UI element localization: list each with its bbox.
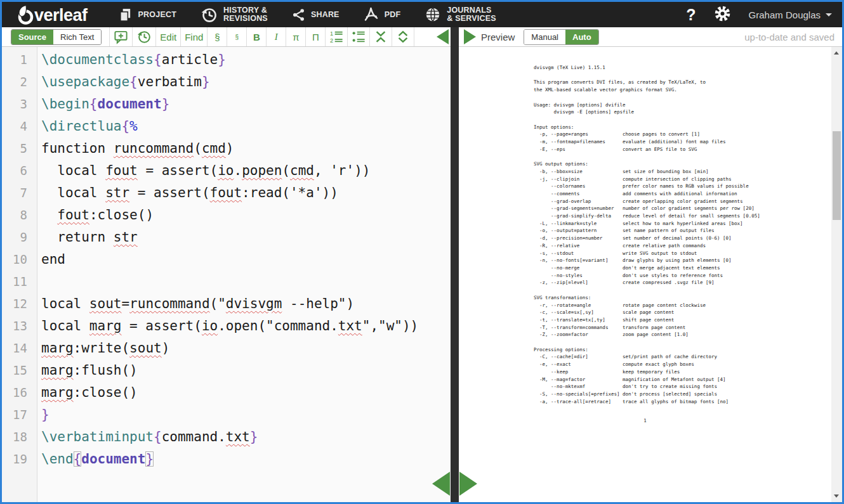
nav-item-share[interactable]: SHARE [292, 2, 340, 27]
code-line[interactable]: 7 local str = assert(fout:read('*a')) [2, 182, 451, 204]
logo-text: verleaf [34, 6, 88, 25]
rich-text-tab[interactable]: Rich Text [53, 30, 101, 44]
code-line[interactable]: 14marg:write(sout) [2, 337, 451, 359]
line-number: 2 [2, 71, 27, 93]
overleaf-window: verleaf PROJECTHISTORY &REVISIONSSHAREPD… [0, 0, 844, 504]
code-line[interactable]: 12local sout=runcommand("dvisvgm --help"… [2, 293, 451, 315]
code-line-content: marg:close() [27, 382, 138, 404]
code-line[interactable]: 8 fout:close() [2, 204, 451, 226]
bold-button[interactable]: B [247, 27, 267, 46]
italic-button[interactable]: I [267, 27, 286, 46]
code-line-content: return str [27, 226, 138, 249]
nav-item-pdf[interactable]: PDF [364, 2, 401, 27]
code-line[interactable]: 10end [2, 249, 451, 271]
line-number: 7 [2, 182, 27, 204]
code-line-content: fout:close() [27, 204, 154, 226]
code-line[interactable]: 3\begin{document} [2, 93, 451, 115]
code-line[interactable]: 18\verbatiminput{command.txt} [2, 426, 451, 448]
nav-item-project[interactable]: PROJECT [118, 2, 176, 27]
bullet-list-button[interactable] [348, 27, 370, 46]
collapse-editor-pane-bottom-button[interactable] [432, 472, 450, 496]
code-line-content: local fout = assert(io.popen(cmd, 'r')) [27, 160, 370, 182]
code-line-content: \directlua{% [27, 115, 138, 138]
code-line-content: local sout=runcommand("dvisvgm --help") [27, 293, 354, 315]
code-line[interactable]: 1\documentclass{article} [2, 49, 451, 71]
code-line[interactable]: 19\end{document} [2, 448, 451, 470]
expand-preview-pane-button[interactable] [464, 29, 476, 44]
scrollbar-thumb[interactable] [833, 131, 841, 220]
line-number: 14 [2, 337, 27, 359]
line-number: 19 [2, 448, 27, 470]
line-number: 11 [2, 271, 27, 293]
preview-scrollbar[interactable] [831, 47, 842, 502]
source-tab[interactable]: Source [11, 30, 53, 44]
code-line-content: \end{document} [27, 448, 154, 470]
expand-preview-pane-bottom-button[interactable] [459, 472, 477, 496]
code-line-content: marg:flush() [27, 359, 138, 382]
pane-divider[interactable] [451, 27, 459, 502]
code-line[interactable]: 11 [2, 271, 451, 293]
subsection-button[interactable]: § [227, 27, 247, 46]
collapse-editor-pane-button[interactable] [437, 29, 449, 44]
settings-gear-button[interactable] [714, 5, 731, 24]
numbered-list-icon: 12 [329, 30, 343, 44]
code-line-content: \documentclass{article} [27, 49, 226, 71]
svg-text:2: 2 [330, 37, 333, 44]
inline-math-button[interactable]: π [286, 27, 306, 46]
manual-compile-button[interactable]: Manual [524, 30, 565, 44]
line-number: 5 [2, 138, 27, 160]
code-line[interactable]: 2\usepackage{verbatim} [2, 71, 451, 93]
overleaf-logo[interactable]: verleaf [17, 5, 88, 25]
line-number: 8 [2, 204, 27, 226]
auto-compile-button[interactable]: Auto [565, 30, 598, 44]
add-comment-button[interactable] [110, 27, 133, 46]
section-button[interactable]: § [208, 27, 227, 46]
history-clock-icon [136, 29, 152, 44]
code-line[interactable]: 16marg:close() [2, 382, 451, 404]
collapse-button[interactable] [370, 27, 392, 46]
code-line-content: function runcommand(cmd) [27, 138, 234, 160]
user-menu[interactable]: Graham Douglas [749, 10, 832, 20]
line-number: 4 [2, 115, 27, 138]
code-line[interactable]: 6 local fout = assert(io.popen(cmd, 'r')… [2, 160, 451, 182]
numbered-list-button[interactable]: 12 [326, 27, 348, 46]
chevron-down-icon [826, 13, 832, 16]
history-button[interactable] [133, 27, 156, 46]
line-number: 3 [2, 93, 27, 115]
line-number: 18 [2, 426, 27, 448]
code-line[interactable]: 4\directlua{% [2, 115, 451, 138]
code-line[interactable]: 17} [2, 404, 451, 426]
compile-status: up-to-date and saved [744, 32, 834, 42]
code-line-content: end [27, 249, 65, 271]
source-richtext-toggle: Source Rich Text [11, 29, 102, 45]
nav-item-label: PDF [385, 11, 401, 19]
scroll-down-arrow-icon[interactable] [834, 494, 839, 498]
display-math-button[interactable]: Π [306, 27, 326, 46]
scroll-up-arrow-icon[interactable] [834, 51, 839, 55]
help-button[interactable]: ? [686, 6, 696, 24]
globe-icon [425, 6, 441, 23]
nav-item-journals-services[interactable]: JOURNALS& SERVICES [425, 2, 496, 27]
editor-pane: Source Rich Text EditFind§§BIπΠ12 1\docu… [2, 27, 451, 502]
code-line[interactable]: 15marg:flush() [2, 359, 451, 382]
code-line[interactable]: 5function runcommand(cmd) [2, 138, 451, 160]
edit-button[interactable]: Edit [156, 27, 181, 46]
share-icon [292, 8, 305, 22]
project-icon [118, 8, 133, 22]
line-number: 15 [2, 359, 27, 382]
navbar-menu: PROJECTHISTORY &REVISIONSSHAREPDFJOURNAL… [118, 2, 496, 27]
find-button[interactable]: Find [181, 27, 208, 46]
nav-item-label: HISTORY &REVISIONS [223, 6, 268, 23]
code-line[interactable]: 9 return str [2, 226, 451, 249]
nav-item-history-revisions[interactable]: HISTORY &REVISIONS [201, 2, 268, 27]
collapse-icon [374, 30, 388, 44]
expand-icon [396, 30, 410, 44]
nav-item-label: PROJECT [138, 11, 176, 19]
code-line[interactable]: 13local marg = assert(io.open("command.t… [2, 315, 451, 337]
line-number: 9 [2, 226, 27, 249]
history-icon [201, 6, 218, 23]
line-number: 10 [2, 249, 27, 271]
code-editor[interactable]: 1\documentclass{article}2\usepackage{ver… [2, 47, 451, 502]
expand-button[interactable] [392, 27, 414, 46]
code-line-content: local marg = assert(io.open("command.txt… [27, 315, 418, 337]
